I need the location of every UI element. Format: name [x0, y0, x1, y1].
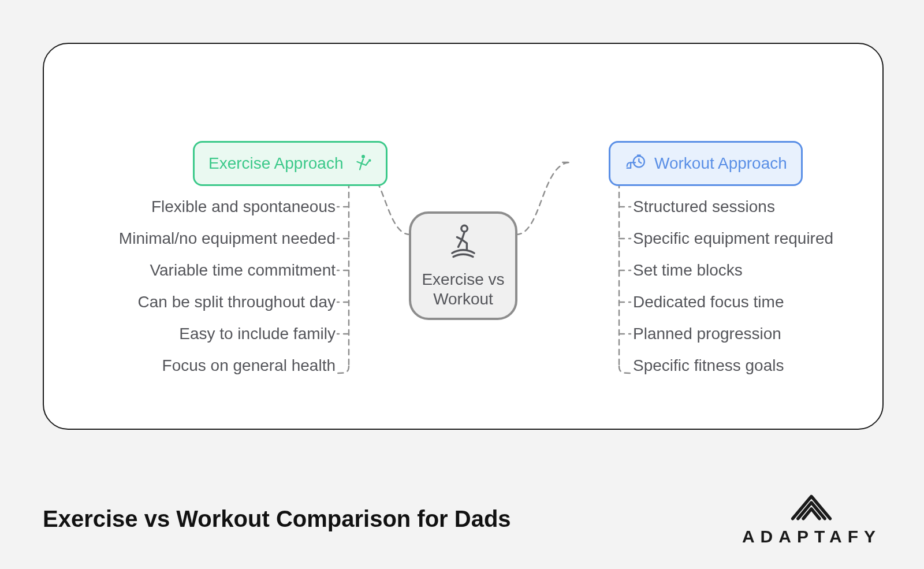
workout-items: Structured sessions Specific equipment r… [633, 199, 887, 389]
workout-item: Structured sessions [633, 199, 887, 230]
svg-point-0 [362, 155, 365, 158]
exercise-item: Focus on general health [44, 358, 336, 389]
person-cycling-icon [444, 222, 483, 264]
workout-item-label: Planned progression [633, 326, 781, 342]
diagram-panel: Exercise Approach [43, 43, 884, 430]
center-node: Exercise vs Workout [409, 211, 517, 320]
center-node-label: Exercise vs Workout [422, 270, 504, 308]
exercise-item-label: Flexible and spontaneous [151, 199, 336, 215]
svg-point-1 [368, 159, 371, 162]
workout-item: Set time blocks [633, 262, 887, 294]
brand-logo: ADAPTAFY [742, 491, 881, 546]
exercise-approach-label: Exercise Approach [208, 154, 343, 173]
stopwatch-hand-icon [624, 153, 646, 174]
exercise-item-label: Can be split throughout day [138, 294, 336, 310]
exercise-item: Minimal/no equipment needed [44, 230, 336, 262]
stage: Exercise Approach [0, 0, 924, 569]
workout-item-label: Specific equipment required [633, 230, 833, 247]
exercise-item: Can be split throughout day [44, 294, 336, 326]
workout-item: Specific fitness goals [633, 358, 887, 389]
workout-item: Planned progression [633, 326, 887, 358]
workout-item-label: Specific fitness goals [633, 358, 784, 374]
exercise-item: Easy to include family [44, 326, 336, 358]
svg-point-3 [461, 226, 468, 232]
workout-item-label: Dedicated focus time [633, 294, 784, 310]
brand-name: ADAPTAFY [742, 527, 881, 546]
exercise-item-label: Easy to include family [179, 326, 336, 342]
exercise-approach-pill: Exercise Approach [193, 141, 388, 186]
workout-item-label: Set time blocks [633, 262, 743, 278]
exercise-items: Flexible and spontaneous Minimal/no equi… [44, 199, 336, 389]
workout-item: Dedicated focus time [633, 294, 887, 326]
brand-mark-icon [784, 491, 839, 525]
workout-approach-pill: Workout Approach [609, 141, 803, 186]
exercise-item-label: Variable time commitment [150, 262, 336, 278]
exercise-item-label: Focus on general health [162, 358, 336, 374]
exercise-item-label: Minimal/no equipment needed [119, 230, 336, 247]
workout-item-label: Structured sessions [633, 199, 775, 215]
page-caption: Exercise vs Workout Comparison for Dads [43, 506, 511, 532]
exercise-item: Variable time commitment [44, 262, 336, 294]
workout-item: Specific equipment required [633, 230, 887, 262]
workout-approach-label: Workout Approach [654, 154, 787, 173]
footer: Exercise vs Workout Comparison for Dads … [43, 491, 881, 546]
martial-arts-icon [351, 153, 372, 174]
exercise-item: Flexible and spontaneous [44, 199, 336, 230]
